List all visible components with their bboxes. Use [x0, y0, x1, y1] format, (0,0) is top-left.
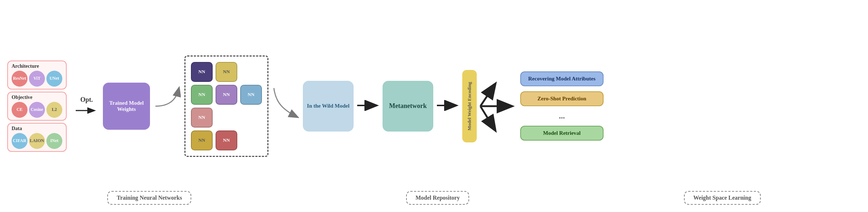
arch-pills: ResNet ViT UNet — [12, 71, 62, 87]
label-repository-text: Model Repository — [416, 195, 460, 201]
nn-box-8: NN — [216, 130, 237, 150]
curved-arrow-1-svg — [152, 81, 181, 132]
nn-grid: NN NN NN NN NN NN NN NN — [191, 62, 262, 150]
trained-model-label: Trained Model Weights — [107, 100, 146, 112]
metanetwork-label: Metanetwork — [389, 102, 427, 110]
nn-box-6: NN — [191, 108, 213, 128]
svg-line-11 — [480, 84, 495, 106]
training-section: Architecture ResNet ViT UNet Objective C… — [7, 61, 67, 152]
opt-label: Opt. — [80, 96, 93, 104]
pill-unet: UNet — [46, 71, 62, 87]
arrow-meta-to-encoding — [437, 100, 459, 112]
pill-l2: L2 — [46, 102, 62, 118]
metanetwork-box: Metanetwork — [383, 81, 433, 132]
architecture-box: Architecture ResNet ViT UNet — [7, 61, 67, 90]
curved-arrow-2-svg — [272, 81, 301, 132]
output-dots: ... — [520, 111, 604, 121]
curved-arrow-1 — [152, 81, 181, 132]
nn-empty-2 — [216, 108, 237, 128]
nn-box-7: NN — [191, 130, 213, 150]
output-retrieval: Model Retrieval — [520, 126, 604, 141]
curved-arrow-2 — [272, 81, 301, 132]
pill-ce: CE — [12, 102, 28, 118]
label-training: Training Neural Networks — [107, 191, 191, 205]
data-pills: CIFAR LAION INet — [12, 133, 62, 149]
section-labels: Training Neural Networks Model Repositor… — [0, 191, 868, 205]
nn-empty-1 — [240, 62, 262, 82]
pill-laion: LAION — [29, 133, 45, 149]
pill-resnet: ResNet — [12, 71, 28, 87]
nn-box-1: NN — [191, 62, 213, 82]
nn-box-2: NN — [216, 62, 237, 82]
output-recovering: Recovering Model Attributes — [520, 71, 604, 86]
zero-shot-label: Zero-Shot Prediction — [537, 96, 586, 101]
arrow-meta-encoding-svg — [437, 100, 459, 111]
arrow-wild-meta-svg — [357, 100, 379, 111]
pill-inet: INet — [46, 133, 62, 149]
data-title: Data — [12, 126, 62, 132]
data-box: Data CIFAR LAION INet — [7, 123, 67, 152]
fan-arrows-svg — [479, 74, 515, 139]
label-weight-space-text: Weight Space Learning — [693, 195, 751, 201]
label-weight-space: Weight Space Learning — [684, 191, 761, 205]
nn-box-4: NN — [216, 85, 237, 105]
main-content: Architecture ResNet ViT UNet Objective C… — [7, 23, 861, 190]
pill-cifar: CIFAR — [12, 133, 28, 149]
obj-title: Objective — [12, 95, 62, 100]
nn-box-3: NN — [191, 85, 213, 105]
label-training-text: Training Neural Networks — [117, 195, 182, 201]
nn-box-5: NN — [240, 85, 262, 105]
trained-model-box: Trained Model Weights — [103, 83, 150, 130]
opt-arrow-icon — [76, 105, 97, 116]
obj-pills: CE Cosine L2 — [12, 102, 62, 118]
opt-arrow-section: Opt. — [76, 96, 97, 116]
fan-arrows — [479, 74, 515, 139]
wild-model-label: In the Wild Model — [307, 103, 349, 109]
pill-cosine: Cosine — [29, 102, 45, 118]
pill-vit: ViT — [29, 71, 45, 87]
diagram-container: Architecture ResNet ViT UNet Objective C… — [0, 0, 868, 212]
nn-empty-3 — [240, 108, 262, 128]
output-section: Recovering Model Attributes Zero-Shot Pr… — [520, 71, 604, 141]
model-repository-container: NN NN NN NN NN NN NN NN — [184, 55, 268, 157]
encoding-label: Model Weight Encoding — [467, 82, 472, 130]
arch-title: Architecture — [12, 63, 62, 69]
svg-line-13 — [480, 106, 495, 130]
encoding-box: Model Weight Encoding — [462, 70, 477, 142]
nn-empty-4 — [240, 130, 262, 150]
recovering-label: Recovering Model Attributes — [528, 76, 596, 82]
objective-box: Objective CE Cosine L2 — [7, 92, 67, 121]
retrieval-label: Model Retrieval — [543, 130, 581, 136]
arrow-wild-to-meta — [357, 100, 379, 112]
wild-model-box: In the Wild Model — [303, 81, 354, 132]
output-zero-shot: Zero-Shot Prediction — [520, 91, 604, 106]
label-repository: Model Repository — [406, 191, 469, 205]
